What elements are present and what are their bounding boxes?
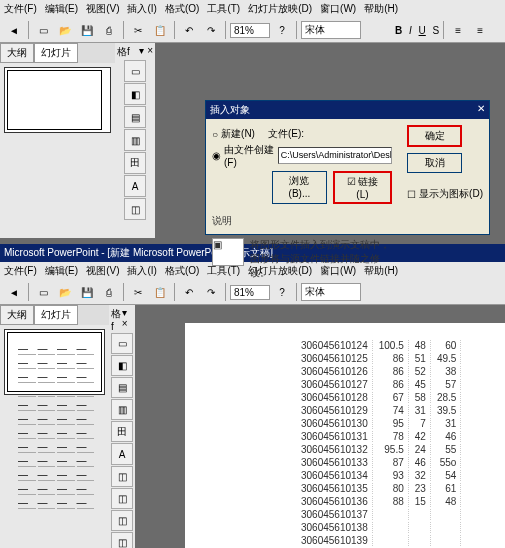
table-row: 306045610133874655o (297, 457, 461, 468)
zoom-select[interactable]: 81% (230, 23, 270, 38)
underline-button[interactable]: U (419, 25, 426, 36)
menu-item[interactable]: 帮助(H) (364, 2, 398, 16)
doc-icon[interactable]: ▭ (33, 20, 53, 40)
cut-icon[interactable]: ✂ (128, 20, 148, 40)
table-row: 306045610138 (297, 522, 461, 533)
menu-item[interactable]: 工具(T) (207, 2, 240, 16)
tab-slides[interactable]: 幻灯片 (34, 43, 78, 63)
undo-icon[interactable]: ↶ (179, 20, 199, 40)
arrow-left-icon[interactable]: ◄ (4, 20, 24, 40)
menu-item[interactable]: 视图(V) (86, 2, 119, 16)
table-row: 306045610128675828.5 (297, 392, 461, 403)
show-as-icon-checkbox[interactable]: ☐ 显示为图标(D) (407, 187, 483, 201)
slide-thumbnail[interactable]: 1 (4, 67, 111, 133)
undo-icon[interactable]: ↶ (179, 282, 199, 302)
paste-icon[interactable]: 📋 (150, 282, 170, 302)
outline-pane: 大纲 幻灯片 1 ———————————————————————————————… (0, 305, 109, 548)
dialog-titlebar: 插入对象 ✕ (206, 101, 489, 119)
table-row: 306045610136881548 (297, 496, 461, 507)
open-icon[interactable]: 📂 (55, 282, 75, 302)
desc-icon: ▣ (212, 238, 244, 266)
save-icon[interactable]: 💾 (77, 282, 97, 302)
table-row: 306045610124100.54860 (297, 340, 461, 351)
print-icon[interactable]: ⎙ (99, 20, 119, 40)
table-row: 306045610131784246 (297, 431, 461, 442)
menu-item[interactable]: 格式(O) (165, 264, 199, 278)
paste-icon[interactable]: 📋 (150, 20, 170, 40)
file-path-field[interactable]: C:\Users\Administrator\Desktop\如何在PowerP… (278, 147, 392, 164)
tab-slides[interactable]: 幻灯片 (34, 305, 78, 325)
align-left-icon[interactable]: ≡ (448, 20, 468, 40)
slide-thumbnail[interactable]: 1 ——————————————————————————————————————… (4, 329, 105, 395)
tool-5[interactable]: 田 (111, 421, 133, 442)
doc-icon[interactable]: ▭ (33, 282, 53, 302)
tool-9[interactable]: ◫ (111, 532, 133, 548)
table-row: 306045610125865149.5 (297, 353, 461, 364)
italic-button[interactable]: I (409, 25, 412, 36)
align-center-icon[interactable]: ≡ (470, 20, 490, 40)
top-toolbar: ◄ ▭ 📂 💾 ⎙ ✂ 📋 ↶ ↷ 81% ? 宋体 B I U S ≡ ≡ (0, 18, 505, 43)
data-table: 306045610124100.54860306045610125865149.… (295, 338, 463, 548)
table-row: 306045610129743139.5 (297, 405, 461, 416)
tool-4[interactable]: ▥ (111, 399, 133, 420)
tool-text[interactable]: A (111, 443, 133, 464)
browse-button[interactable]: 浏览(B)... (272, 171, 327, 204)
link-checkbox[interactable]: ☑ 链接(L) (333, 171, 392, 204)
desc-text: 将图形文件插入到演示文稿中，图形将与源文件链接并随之修改。 (250, 238, 390, 280)
shadow-button[interactable]: S (433, 25, 440, 36)
menu-item[interactable]: 文件(F) (4, 264, 37, 278)
table-row: 306045610137 (297, 509, 461, 520)
open-icon[interactable]: 📂 (55, 20, 75, 40)
table-row: 306045610135802361 (297, 483, 461, 494)
mid-toolbox: 格f▾ × ▭ ◧ ▤ ▥ 田 A ◫ (115, 43, 155, 238)
tool-2[interactable]: ◧ (111, 355, 133, 376)
tool-6[interactable]: ◫ (111, 466, 133, 487)
table-row: 30604561013295.52455 (297, 444, 461, 455)
cut-icon[interactable]: ✂ (128, 282, 148, 302)
menu-item[interactable]: 编辑(E) (45, 264, 78, 278)
close-icon[interactable]: ✕ (477, 103, 485, 117)
arrow-left-icon[interactable]: ◄ (4, 282, 24, 302)
font-select[interactable]: 宋体 (301, 21, 361, 39)
tool-3[interactable]: ▤ (111, 377, 133, 398)
menu-item[interactable]: 插入(I) (127, 264, 156, 278)
tool-1[interactable]: ▭ (124, 60, 146, 82)
print-icon[interactable]: ⎙ (99, 282, 119, 302)
tool-6[interactable]: ◫ (124, 198, 146, 220)
zoom-select[interactable]: 81% (230, 285, 270, 300)
redo-icon[interactable]: ↷ (201, 20, 221, 40)
help-icon[interactable]: ? (272, 20, 292, 40)
menu-item[interactable]: 插入(I) (127, 2, 156, 16)
menu-item[interactable]: 文件(F) (4, 2, 37, 16)
cancel-button[interactable]: 取消 (407, 153, 462, 173)
tool-8[interactable]: ◫ (111, 510, 133, 531)
slide-canvas[interactable]: 306045610124100.54860306045610125865149.… (135, 305, 505, 548)
menu-item[interactable]: 编辑(E) (45, 2, 78, 16)
table-row: 306045610126865238 (297, 366, 461, 377)
table-row: 306045610127864557 (297, 379, 461, 390)
menu-item[interactable]: 格式(O) (165, 2, 199, 16)
menu-item[interactable]: 幻灯片放映(D) (248, 2, 312, 16)
save-icon[interactable]: 💾 (77, 20, 97, 40)
table-row: 306045610134933254 (297, 470, 461, 481)
menu-item[interactable]: 视图(V) (86, 264, 119, 278)
tool-7[interactable]: ◫ (111, 488, 133, 509)
radio-new[interactable]: ○新建(N) 文件(E): (212, 127, 392, 141)
ok-button[interactable]: 确定 (407, 125, 462, 147)
desc-label: 说明 (212, 214, 232, 228)
top-menubar: 文件(F)编辑(E)视图(V)插入(I)格式(O)工具(T)幻灯片放映(D)窗口… (0, 0, 505, 18)
bold-button[interactable]: B (395, 25, 402, 36)
table-row: 30604561013095731 (297, 418, 461, 429)
tool-2[interactable]: ◧ (124, 83, 146, 105)
tool-5[interactable]: 田 (124, 152, 146, 174)
insert-object-dialog: 插入对象 ✕ ○新建(N) 文件(E): ◉由文件创建(F) C:\Users\… (205, 100, 490, 235)
radio-from-file[interactable]: ◉由文件创建(F) C:\Users\Administrator\Desktop… (212, 143, 392, 168)
tool-4[interactable]: ▥ (124, 129, 146, 151)
tab-outline[interactable]: 大纲 (0, 43, 34, 63)
outline-pane: 大纲 幻灯片 1 (0, 43, 115, 238)
tool-1[interactable]: ▭ (111, 333, 133, 354)
tool-3[interactable]: ▤ (124, 106, 146, 128)
menu-item[interactable]: 窗口(W) (320, 2, 356, 16)
tool-text[interactable]: A (124, 175, 146, 197)
tab-outline[interactable]: 大纲 (0, 305, 34, 325)
